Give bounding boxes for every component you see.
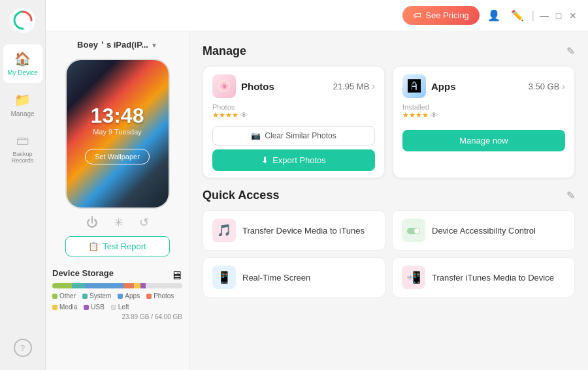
storage-legend: Other System Apps Photos: [52, 292, 182, 311]
photos-app-icon: 🌸: [212, 74, 236, 98]
legend-label-other: Other: [59, 292, 76, 300]
device-name-selector[interactable]: Boey＇s iPad(iP... ▼: [77, 39, 157, 51]
legend-left: Left: [111, 303, 129, 311]
legend-media: Media: [52, 303, 77, 311]
device-date: May 9 Tuesday: [93, 128, 142, 136]
photos-card: 🌸 Photos 21.95 MB › Photos: [203, 66, 385, 178]
sidebar-item-label-backup: Backup Records: [7, 151, 39, 164]
manage-cards-row: 🌸 Photos 21.95 MB › Photos: [203, 66, 575, 178]
legend-dot-apps: [118, 294, 123, 299]
legend-label-system: System: [90, 292, 111, 300]
legend-label-left: Left: [118, 303, 129, 311]
photos-size: 21.95 MB: [333, 82, 370, 91]
legend-dot-system: [82, 294, 88, 299]
qa-itunes-transfer-icon: 📲: [402, 266, 425, 289]
quick-access-edit-icon[interactable]: ✎: [566, 189, 575, 202]
manage-section: Manage ✎ 🌸 Photos: [203, 44, 575, 178]
sidebar-item-manage[interactable]: 📁 Manage: [3, 85, 42, 124]
legend-label-photos: Photos: [154, 292, 174, 300]
quick-access-header: Quick Access ✎: [203, 189, 575, 202]
maximize-button[interactable]: □: [554, 11, 563, 20]
device-screen: 13:48 May 9 Tuesday Set Wallpaper: [67, 60, 169, 208]
edit-topbar-icon[interactable]: ✏️: [508, 7, 527, 24]
topbar-separator: |: [532, 10, 534, 22]
storage-hdd-icon: 🖥: [171, 269, 182, 283]
storage-apps: [85, 283, 124, 288]
user-icon[interactable]: 👤: [485, 7, 503, 24]
device-controls: ⏻ ✳ ↺: [86, 215, 149, 230]
sidebar: 🏠 My Device 📁 Manage 🗃 Backup Records ?: [0, 0, 46, 370]
storage-left: [146, 283, 182, 288]
close-button[interactable]: ✕: [568, 11, 578, 20]
storage-section: Device Storage 🖥 Other: [52, 263, 182, 326]
qa-accessibility-label: Device Accessibility Control: [432, 226, 536, 236]
apps-app-icon: 🅰: [402, 74, 426, 98]
topbar: 🏷 See Pricing 👤 ✏️ | — □ ✕: [46, 0, 588, 31]
storage-system: [72, 283, 85, 288]
qa-real-time-icon: 📱: [212, 266, 236, 289]
refresh-button[interactable]: ↺: [139, 215, 149, 230]
legend-usb: USB: [84, 303, 105, 311]
dropdown-caret-icon: ▼: [151, 42, 157, 49]
qa-real-time-label: Real-Time Screen: [242, 273, 310, 283]
storage-usb: [140, 283, 146, 288]
test-report-button[interactable]: 📋 Test Report: [65, 236, 170, 256]
apps-actions: Manage now: [402, 126, 565, 151]
photos-meta: Photos ★★★★ 👁: [212, 103, 375, 119]
help-button[interactable]: ?: [14, 339, 32, 357]
legend-dot-left: [111, 305, 116, 310]
clear-similar-photos-button[interactable]: 📷 Clear Similar Photos: [212, 126, 375, 146]
quick-access-grid: 🎵 Transfer Device Media to iTunes Device…: [203, 210, 575, 298]
set-wallpaper-button[interactable]: Set Wallpaper: [85, 149, 150, 164]
photos-size-row: 21.95 MB ›: [333, 81, 375, 91]
sidebar-item-my-device[interactable]: 🏠 My Device: [3, 44, 42, 83]
clipboard-icon: 📋: [88, 241, 99, 251]
sidebar-bottom: ?: [14, 339, 32, 363]
qa-item-itunes-transfer[interactable]: 📲 Transfer iTunes Media to Device: [392, 257, 575, 298]
export-photos-button[interactable]: ⬇ Export Photos: [212, 149, 375, 171]
legend-dot-usb: [84, 305, 89, 310]
photos-card-left: 🌸 Photos: [212, 74, 274, 98]
manage-now-button[interactable]: Manage now: [402, 130, 565, 151]
photos-card-top: 🌸 Photos 21.95 MB ›: [212, 74, 375, 98]
device-clock: 13:48: [91, 104, 144, 128]
qa-item-accessibility[interactable]: Device Accessibility Control: [392, 210, 575, 251]
manage-edit-icon[interactable]: ✎: [566, 45, 575, 57]
manage-icon: 📁: [14, 92, 31, 108]
apps-card-name: Apps: [431, 81, 456, 92]
storage-photos: [123, 283, 134, 288]
sidebar-item-backup-records[interactable]: 🗃 Backup Records: [3, 127, 42, 170]
apps-card-left: 🅰 Apps: [402, 74, 456, 98]
legend-label-usb: USB: [91, 303, 105, 311]
photos-arrow-icon: ›: [372, 81, 375, 91]
see-pricing-button[interactable]: 🏷 See Pricing: [402, 6, 479, 25]
quick-access-section: Quick Access ✎ 🎵 Transfer Device Media t…: [203, 189, 575, 298]
right-panel: Manage ✎ 🌸 Photos: [189, 31, 588, 370]
legend-label-media: Media: [59, 303, 77, 311]
quick-access-title: Quick Access: [203, 189, 279, 202]
camera-icon: 📷: [251, 131, 261, 140]
apps-size: 3.50 GB: [529, 82, 560, 91]
photos-eye-icon: 👁: [240, 111, 248, 119]
legend-dot-photos: [146, 294, 152, 299]
legend-system: System: [82, 292, 111, 300]
device-frame: 13:48 May 9 Tuesday Set Wallpaper: [65, 59, 170, 209]
svg-text:🌸: 🌸: [220, 81, 229, 91]
svg-point-5: [414, 228, 419, 234]
loading-button[interactable]: ✳: [114, 215, 123, 230]
legend-photos: Photos: [146, 292, 174, 300]
legend-other: Other: [52, 292, 76, 300]
qa-itunes-media-icon: 🎵: [212, 219, 236, 242]
apps-card-top: 🅰 Apps 3.50 GB ›: [402, 74, 565, 98]
qa-item-real-time-screen[interactable]: 📱 Real-Time Screen: [203, 257, 385, 298]
minimize-button[interactable]: —: [540, 11, 549, 20]
power-button[interactable]: ⏻: [86, 215, 98, 230]
apps-meta: Installed ★★★★ 👁: [402, 103, 565, 119]
qa-item-itunes-media[interactable]: 🎵 Transfer Device Media to iTunes: [203, 210, 385, 251]
apps-arrow-icon: ›: [562, 81, 565, 91]
legend-label-apps: Apps: [125, 292, 140, 300]
storage-media: [134, 283, 140, 288]
download-icon: ⬇: [261, 155, 269, 165]
apps-size-row: 3.50 GB ›: [529, 81, 565, 91]
sidebar-item-label-my-device: My Device: [7, 69, 38, 76]
